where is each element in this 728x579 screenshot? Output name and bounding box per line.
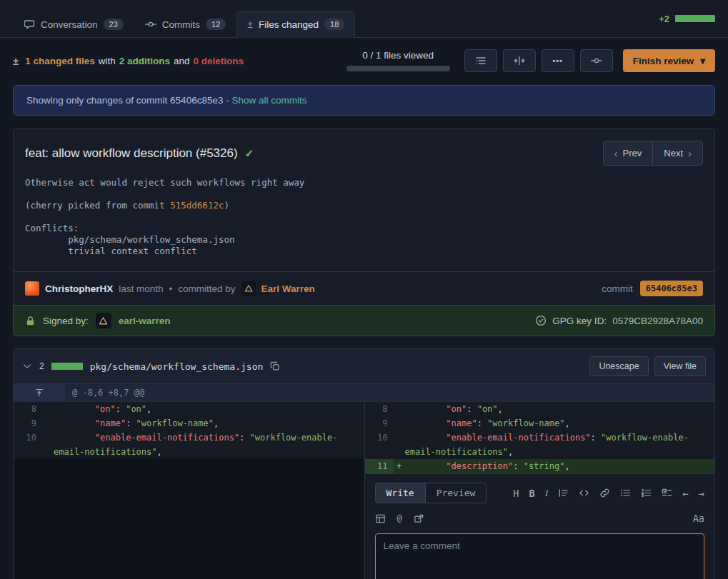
tab-label: Conversation xyxy=(41,19,98,30)
view-file-button[interactable]: View file xyxy=(654,356,706,376)
diff-right-rows: 8 "on": "on",9 "name": "workflow-name",1… xyxy=(365,402,715,473)
diff-line: 8 "on": "on", xyxy=(14,402,364,416)
finish-review-label: Finish review xyxy=(633,56,694,66)
chevron-down-icon[interactable] xyxy=(22,361,32,371)
prev-commit-button[interactable]: ‹ Prev xyxy=(603,141,654,166)
committed-by-label: committed by xyxy=(178,283,235,294)
diff-line: 9 "name": "workflow-name", xyxy=(14,416,364,431)
commit-message: Otherwise act would reject such workflow… xyxy=(25,177,703,257)
diff-icon: ± xyxy=(13,55,19,67)
file-additions-count: 2 xyxy=(39,361,44,371)
line-number[interactable]: 10 xyxy=(14,431,42,459)
tab-label: Commits xyxy=(162,19,200,30)
inline-comment-form: Write Preview H B I xyxy=(365,473,715,579)
next-commit-button[interactable]: Next › xyxy=(652,141,703,166)
diff-marker xyxy=(42,402,54,416)
diff-line: 8 "on": "on", xyxy=(365,402,715,416)
finish-review-button[interactable]: Finish review ▾ xyxy=(623,49,715,72)
line-number[interactable]: 9 xyxy=(14,416,42,431)
font-size-toggle[interactable]: Aa xyxy=(693,513,704,524)
caret-down-icon: ▾ xyxy=(700,55,705,66)
commit-author-row: ChristopherHX last month • committed by … xyxy=(14,271,714,305)
comment-textarea[interactable] xyxy=(375,533,705,579)
author-name-link[interactable]: ChristopherHX xyxy=(45,283,113,294)
show-all-commits-link[interactable]: Show all commits xyxy=(231,95,306,106)
changed-files-count: 1 changed files xyxy=(25,56,95,66)
diff-empty-region xyxy=(14,473,364,579)
write-tab[interactable]: Write xyxy=(376,483,425,503)
line-number[interactable]: 9 xyxy=(365,416,394,431)
file-diff-stat-bar xyxy=(51,363,83,370)
conversation-icon xyxy=(24,19,35,30)
line-number[interactable]: 11 xyxy=(365,459,394,473)
hunk-text: @ -8,6 +8,7 @@ xyxy=(65,384,144,401)
committer-name-link[interactable]: Earl Warren xyxy=(261,283,315,294)
link-icon[interactable] xyxy=(599,488,610,498)
committer-avatar[interactable] xyxy=(241,281,256,296)
signer-name-link[interactable]: earl-warren xyxy=(119,316,171,326)
chevron-right-icon: › xyxy=(688,147,692,159)
diff-line: 9 "name": "workflow-name", xyxy=(365,416,715,431)
preview-tab[interactable]: Preview xyxy=(425,483,487,503)
banner-text: Showing only changes of commit 65406c85e… xyxy=(26,95,229,106)
italic-icon[interactable]: I xyxy=(545,488,549,499)
diff-marker xyxy=(42,431,54,459)
bullet-list-icon[interactable] xyxy=(620,488,631,498)
commit-status-check-icon[interactable]: ✓ xyxy=(245,147,254,160)
pr-diff-stat: +2 xyxy=(659,14,715,24)
mention-icon[interactable]: @ xyxy=(397,513,402,523)
code-text: "on": "on", xyxy=(54,402,364,416)
commit-label: commit xyxy=(602,283,633,294)
diff-left-rows: 8 "on": "on",9 "name": "workflow-name",1… xyxy=(14,402,364,473)
gpg-key-label: GPG key ID: xyxy=(552,316,607,326)
code-text: "name": "workflow-name", xyxy=(54,416,364,431)
files-viewed-bar xyxy=(346,66,450,71)
line-number[interactable]: 8 xyxy=(365,402,394,416)
unescape-button[interactable]: Unescape xyxy=(589,356,648,376)
bold-icon[interactable]: B xyxy=(529,488,534,499)
code-text: "enable-email-notifications": "workflow-… xyxy=(405,431,715,459)
diff-marker xyxy=(394,431,405,459)
commit-select-button[interactable] xyxy=(580,49,613,72)
additions-count: 2 additions xyxy=(119,56,170,66)
shield-check-icon xyxy=(535,315,547,326)
author-avatar[interactable] xyxy=(25,281,39,296)
code-icon[interactable] xyxy=(579,488,589,498)
redo-icon[interactable]: → xyxy=(699,488,704,499)
ellipsis-icon: ••• xyxy=(552,56,563,65)
signer-avatar[interactable] xyxy=(96,313,111,328)
heading-icon[interactable]: H xyxy=(513,488,519,499)
code-text: "description": "string", xyxy=(405,459,715,473)
code-text: "on": "on", xyxy=(405,402,715,416)
diff-marker xyxy=(394,402,405,416)
files-toolbar: ± 1 changed files with 2 additions and 0… xyxy=(0,38,728,81)
expand-up-icon[interactable] xyxy=(14,384,65,401)
commit-filter-banner: Showing only changes of commit 65406c85e… xyxy=(13,85,715,116)
table-icon[interactable] xyxy=(375,513,386,524)
commit-sha-badge[interactable]: 65406c85e3 xyxy=(640,281,703,296)
hunk-header: @ -8,6 +8,7 @@ xyxy=(14,384,714,402)
cherry-picked-commit-link[interactable]: 515dd6612c xyxy=(170,200,224,211)
copy-path-icon[interactable] xyxy=(270,361,280,371)
split-view-toggle-button[interactable] xyxy=(503,49,536,72)
editor-mode-tabs: Write Preview xyxy=(375,483,487,503)
chevron-left-icon: ‹ xyxy=(614,147,618,159)
line-number[interactable]: 8 xyxy=(14,402,42,416)
numbered-list-icon[interactable] xyxy=(641,488,652,498)
reference-icon[interactable] xyxy=(414,513,424,524)
tab-commits[interactable]: Commits 12 xyxy=(134,11,237,38)
diff-left-side: 8 "on": "on",9 "name": "workflow-name",1… xyxy=(14,402,364,579)
quote-icon[interactable] xyxy=(558,488,569,498)
file-tree-toggle-button[interactable] xyxy=(464,49,497,72)
diff-right-side: 8 "on": "on",9 "name": "workflow-name",1… xyxy=(364,402,715,579)
tab-label: Files changed xyxy=(259,19,319,30)
tab-files-changed[interactable]: ± Files changed 18 xyxy=(236,11,355,38)
changed-files-summary: ± 1 changed files with 2 additions and 0… xyxy=(13,55,244,67)
line-number[interactable]: 10 xyxy=(365,431,394,459)
tab-count-badge: 12 xyxy=(206,19,226,30)
file-header: 2 pkg/schema/workflow_schema.json Unesca… xyxy=(14,349,714,384)
more-options-button[interactable]: ••• xyxy=(542,49,574,72)
task-list-icon[interactable] xyxy=(662,488,672,498)
undo-icon[interactable]: ← xyxy=(682,488,688,499)
tab-conversation[interactable]: Conversation 23 xyxy=(13,11,134,38)
